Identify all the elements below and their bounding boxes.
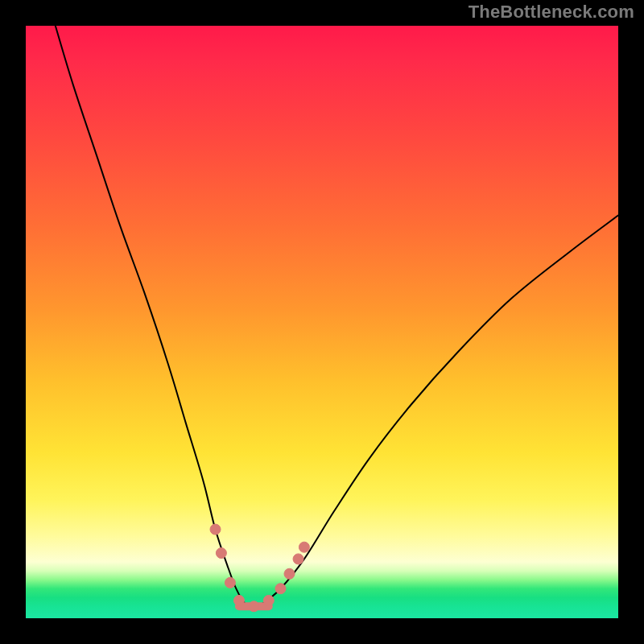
marker-point	[225, 577, 235, 588]
marker-point	[216, 548, 226, 559]
marker-point	[275, 584, 286, 594]
marker-cluster	[210, 524, 309, 612]
marker-point	[299, 542, 309, 552]
marker-point	[233, 595, 244, 605]
marker-point	[249, 601, 259, 612]
chart-frame: TheBottleneck.com	[0, 0, 644, 644]
marker-point	[263, 595, 274, 605]
marker-point	[284, 568, 295, 579]
marker-point	[210, 524, 221, 535]
watermark-text: TheBottleneck.com	[469, 2, 634, 23]
marker-point	[293, 554, 303, 564]
bottleneck-curve	[56, 26, 618, 606]
curve-layer	[26, 26, 618, 618]
plot-area	[26, 26, 618, 618]
